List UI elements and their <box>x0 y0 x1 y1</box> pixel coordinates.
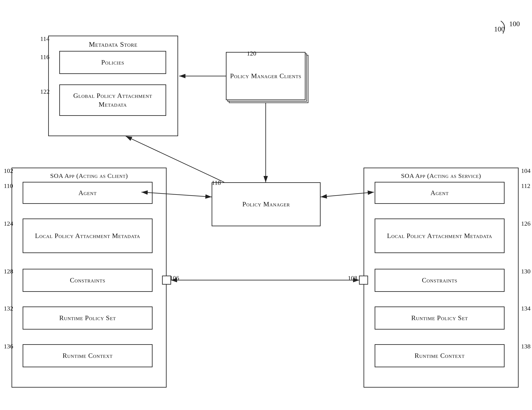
agent-service-box: Agent <box>375 182 504 204</box>
diagram: 100 Metadata Store Policies Global Polic… <box>0 0 532 410</box>
soa-service-outer: SOA App (Acting as Service) Agent Local … <box>363 168 519 388</box>
label-124: 124 <box>4 220 13 227</box>
policies-label: Policies <box>101 58 124 67</box>
runtime-policy-set-client-box: Runtime Policy Set <box>23 306 152 330</box>
label-134: 134 <box>521 305 531 312</box>
runtime-context-client-label: Runtime Context <box>62 351 113 360</box>
soa-client-label: SOA App (Acting as Client) <box>12 172 166 180</box>
runtime-context-client-box: Runtime Context <box>23 344 152 367</box>
label-120: 120 <box>247 50 256 57</box>
runtime-policy-set-service-box: Runtime Policy Set <box>375 306 504 330</box>
label-102: 102 <box>4 167 13 174</box>
runtime-policy-set-service-label: Runtime Policy Set <box>411 314 468 323</box>
agent-client-box: Agent <box>23 182 152 204</box>
label-108: 108 <box>348 275 357 282</box>
constraints-client-box: Constraints <box>23 269 152 292</box>
global-policy-attachment-label: Global Policy Attachment Metadata <box>60 91 166 109</box>
agent-service-label: Agent <box>431 189 449 197</box>
runtime-context-service-box: Runtime Context <box>375 344 504 367</box>
label-106: 106 <box>170 275 179 282</box>
policy-manager-clients-label: Policy Manager Clients <box>230 72 301 80</box>
metadata-store-label: Metadata Store <box>49 40 178 49</box>
label-114: 114 <box>40 35 49 42</box>
global-policy-attachment-box: Global Policy Attachment Metadata <box>59 85 166 116</box>
label-130: 130 <box>521 268 531 275</box>
label-126: 126 <box>521 220 531 227</box>
local-policy-service-box: Local Policy Attachment Metadata <box>375 219 504 253</box>
policy-manager-clients-box: Policy Manager Clients <box>226 52 305 100</box>
constraints-service-label: Constraints <box>422 276 457 285</box>
policies-box: Policies <box>59 51 166 74</box>
label-116: 116 <box>40 53 49 61</box>
constraints-client-label: Constraints <box>70 276 105 285</box>
label-128: 128 <box>4 268 13 275</box>
policy-manager-box: Policy Manager <box>212 182 321 226</box>
soa-client-outer: SOA App (Acting as Client) Agent Local P… <box>11 168 167 388</box>
label-110: 110 <box>4 182 13 189</box>
soa-service-label: SOA App (Acting as Service) <box>364 172 518 180</box>
label-104: 104 <box>521 167 531 174</box>
label-118: 118 <box>212 179 221 186</box>
label-122: 122 <box>40 88 50 95</box>
policy-manager-label: Policy Manager <box>242 200 290 209</box>
label-136: 136 <box>4 343 13 350</box>
agent-client-label: Agent <box>79 189 97 197</box>
constraints-service-box: Constraints <box>375 269 504 292</box>
local-policy-service-label: Local Policy Attachment Metadata <box>387 231 492 240</box>
local-policy-client-box: Local Policy Attachment Metadata <box>23 219 152 253</box>
runtime-context-service-label: Runtime Context <box>414 351 465 360</box>
local-policy-client-label: Local Policy Attachment Metadata <box>35 231 140 240</box>
runtime-policy-set-client-label: Runtime Policy Set <box>59 314 116 323</box>
metadata-store-outer: Metadata Store Policies Global Policy At… <box>48 36 178 136</box>
label-138: 138 <box>521 343 531 350</box>
label-132: 132 <box>4 305 13 312</box>
svg-text:100: 100 <box>509 20 520 28</box>
label-112: 112 <box>521 182 530 189</box>
figure-number: 100 <box>494 25 505 33</box>
